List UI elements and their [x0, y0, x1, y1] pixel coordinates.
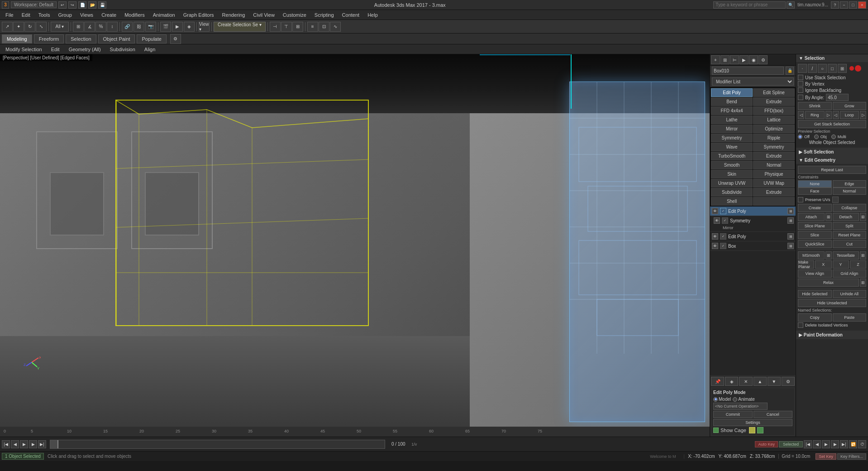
stack-remove-btn[interactable]: ✕ [739, 377, 752, 386]
paint-deformation-header[interactable]: ▶ Paint Deformation [796, 331, 868, 339]
minimize-btn[interactable]: − [840, 1, 848, 9]
split-btn[interactable]: Split [833, 222, 867, 230]
link-btn[interactable]: 🔗 [122, 22, 133, 32]
preview-obj-radio[interactable] [814, 135, 819, 139]
mod-extrude-3[interactable]: Extrude [753, 188, 795, 197]
material-editor-btn[interactable]: ◈ [184, 22, 195, 32]
save-btn[interactable]: 💾 [98, 1, 106, 9]
stack-item-symmetry[interactable]: 👁 ✓ Symmetry ⊞ Mirror [710, 216, 796, 232]
tab-modeling[interactable]: Modeling [2, 34, 32, 43]
collapse-btn[interactable]: Collapse [833, 204, 867, 212]
quickslice-btn[interactable]: QuickSlice [798, 240, 832, 248]
stack-vis-icon-1[interactable]: 👁 [712, 208, 718, 214]
transport-prev-btn[interactable]: ◀ [813, 440, 821, 448]
hide-unselected-btn[interactable]: Hide Unselected [798, 299, 866, 307]
edge-icon[interactable]: / [808, 64, 817, 73]
populate-options[interactable]: ⚙ [170, 34, 181, 44]
mod-extrude-2[interactable]: Extrude [753, 152, 795, 160]
mod-optimize[interactable]: Optimize [753, 125, 795, 133]
loop-next-btn[interactable]: ▷ [860, 111, 866, 119]
transport-next-btn[interactable]: ▶ [831, 440, 839, 448]
modify-icon[interactable]: ⊞ [720, 55, 730, 64]
menu-customize[interactable]: Customize [279, 11, 310, 19]
grid-align-btn[interactable]: Grid Align [833, 269, 867, 278]
border-icon[interactable]: ○ [818, 64, 827, 73]
stack-enable-2[interactable]: ✓ [722, 217, 728, 224]
scale-btn[interactable]: ⤡ [36, 22, 47, 32]
stack-item-box[interactable]: 👁 ✓ Box ⊞ [710, 241, 796, 251]
hierarchy-icon[interactable]: ⊢ [730, 55, 739, 64]
mod-turbosmooth[interactable]: TurboSmooth [711, 152, 753, 160]
align-btn-item[interactable]: Align [141, 46, 159, 53]
mod-extrude-1[interactable]: Extrude [753, 97, 795, 106]
key-filters-btn[interactable]: Key Filters... [837, 453, 866, 460]
menu-scripting[interactable]: Scripting [311, 11, 338, 19]
x-btn[interactable]: X [815, 260, 831, 269]
grow-btn[interactable]: Grow [833, 102, 867, 110]
constr-none-btn[interactable]: None [798, 180, 832, 187]
stack-enable-3[interactable]: ✓ [720, 233, 726, 240]
mod-unwrap-uvw[interactable]: Unwrap UVW [711, 179, 753, 187]
attach-btn[interactable]: Attach [798, 213, 825, 221]
stack-up-btn[interactable]: ▲ [754, 377, 767, 386]
stack-icon-3[interactable]: ⊞ [787, 233, 794, 240]
mode-animate-radio[interactable]: Animate [733, 397, 755, 402]
subdivision-btn[interactable]: Subdivision [106, 46, 139, 53]
tab-populate[interactable]: Populate [137, 34, 166, 43]
make-planar-btn[interactable]: Make Planar [798, 260, 814, 269]
set-key-btn[interactable]: Set Key [816, 453, 836, 460]
stack-item-edit-poly-2[interactable]: 👁 ✓ Edit Poly ⊞ [710, 232, 796, 241]
modify-selection-btn[interactable]: Modify Selection [2, 46, 46, 53]
spacing-btn[interactable]: ⊤ [281, 22, 292, 32]
create-icon[interactable]: + [711, 55, 720, 64]
close-btn[interactable]: × [858, 1, 866, 9]
preview-off-radio[interactable] [798, 135, 802, 139]
cut-btn[interactable]: Cut [833, 240, 867, 248]
menu-group[interactable]: Group [54, 11, 76, 19]
play-btn[interactable]: ▶ [20, 440, 28, 448]
create-selection-btn[interactable]: Create Selection Se ▾ [214, 22, 266, 32]
go-start-btn[interactable]: |◀ [2, 440, 10, 448]
time-config-btn[interactable]: ⏱ [858, 440, 866, 448]
create-btn[interactable]: Create [798, 204, 832, 212]
snap-3d-btn[interactable]: ⊞ [73, 22, 84, 32]
loop-btn[interactable]: Loop [840, 111, 859, 119]
menu-views[interactable]: Views [76, 11, 97, 19]
by-vertex-cb[interactable] [798, 81, 803, 87]
stack-item-edit-poly-1[interactable]: 👁 ✓ Edit Poly ⊞ [710, 207, 796, 216]
current-op-input[interactable] [713, 403, 768, 410]
stack-enable-4[interactable]: ✓ [720, 243, 726, 249]
time-scrubber[interactable] [50, 440, 58, 448]
tab-freeform[interactable]: Freeform [34, 34, 64, 43]
shrink-btn[interactable]: Shrink [798, 102, 832, 110]
mod-edit-spline[interactable]: Edit Spline [753, 88, 795, 97]
stack-vis-icon-4[interactable]: 👁 [712, 243, 718, 249]
repeat-last-btn[interactable]: Repeat Last [798, 166, 866, 174]
geometry-all-btn[interactable]: Geometry (All) [65, 46, 105, 53]
tab-selection[interactable]: Selection [66, 34, 96, 43]
edit-geometry-header[interactable]: ▼ Edit Geometry [796, 156, 868, 164]
preserve-uvs-sq[interactable] [832, 197, 839, 203]
ignore-backfacing-cb[interactable] [798, 87, 803, 93]
go-end-btn[interactable]: ▶| [38, 440, 46, 448]
menu-civil-view[interactable]: Civil View [249, 11, 278, 19]
mod-physique[interactable]: Physique [753, 170, 795, 178]
cage-color-2[interactable] [757, 427, 763, 433]
constr-normal-btn[interactable]: Normal [833, 187, 867, 195]
help-btn[interactable]: ? [831, 1, 839, 9]
detach-btn[interactable]: Detach [833, 213, 859, 221]
display-icon[interactable]: ◉ [749, 55, 758, 64]
stack-show-result-btn[interactable]: ◈ [725, 377, 738, 386]
time-slider[interactable] [50, 440, 385, 449]
redo-btn[interactable]: ↪ [68, 1, 76, 9]
ring-prev-btn[interactable]: ◁ [798, 111, 804, 119]
mod-bend[interactable]: Bend [711, 97, 753, 106]
stack-vis-icon-2[interactable]: 👁 [714, 217, 720, 224]
angle-value-input[interactable] [826, 94, 849, 101]
stack-vis-icon-3[interactable]: 👁 [712, 233, 718, 240]
tab-object-paint[interactable]: Object Paint [98, 34, 135, 43]
constr-edge-btn[interactable]: Edge [833, 180, 867, 187]
get-stack-selection-btn[interactable]: Get Stack Selection [798, 120, 866, 128]
align-btn[interactable]: ⊣ [270, 22, 281, 32]
ring-next-btn[interactable]: ▷ [825, 111, 832, 119]
